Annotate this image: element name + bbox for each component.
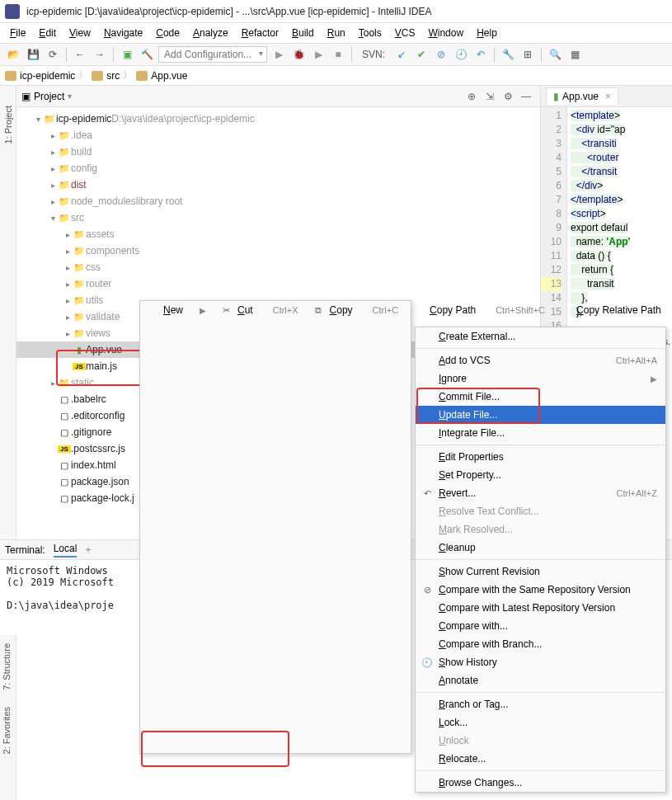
menu-item-show-history[interactable]: 🕘Show History [416, 653, 665, 671]
menu-tools[interactable]: Tools [352, 26, 388, 40]
menu-item-resolve-text-conflict-[interactable]: Resolve Text Conflict... [416, 502, 665, 520]
open-icon[interactable]: 📂 [5, 46, 21, 63]
menu-item-compare-with-the-same-repository-version[interactable]: ⊘Compare with the Same Repository Versio… [416, 581, 665, 599]
app-logo-icon [5, 4, 20, 19]
menu-refactor[interactable]: Refactor [235, 26, 285, 40]
svn-history-icon[interactable]: 🕘 [453, 46, 469, 63]
run-config-icon[interactable]: ▣ [119, 46, 135, 63]
layout-icon[interactable]: ▦ [566, 46, 583, 63]
menu-build[interactable]: Build [285, 26, 321, 40]
back-icon[interactable]: ← [72, 46, 88, 63]
menu-item-update-file-[interactable]: Update File... [416, 406, 665, 424]
hide-icon[interactable]: — [517, 91, 535, 102]
build-icon[interactable]: 🔨 [139, 46, 155, 63]
rail-structure[interactable]: 7: Structure [0, 635, 13, 699]
menu-item-cleanup[interactable]: Cleanup [416, 539, 665, 557]
tree-item-icp-epidemic[interactable]: ▾📁 icp-epidemic D:\java\idea\project\icp… [16, 111, 540, 127]
svn-commit-icon[interactable]: ✔ [413, 46, 430, 63]
left-rail: 1: Project [0, 86, 16, 539]
rail-project[interactable]: 1: Project [3, 102, 13, 147]
tree-item-dist[interactable]: ▸📁 dist [16, 176, 540, 193]
menu-item-create-external-[interactable]: Create External... [416, 327, 665, 346]
menu-item-annotate[interactable]: Annotate [416, 671, 665, 689]
run-icon[interactable]: ▶ [270, 46, 287, 63]
menu-code[interactable]: Code [149, 26, 186, 40]
context-menu-main[interactable]: New▶✂CutCtrl+X⧉CopyCtrl+CCopy PathCtrl+S… [139, 300, 411, 754]
breadcrumb: icp-epidemic〉src〉App.vue [0, 66, 672, 86]
tree-item-node_modules[interactable]: ▸📁 node_modules library root [16, 193, 540, 209]
tree-item-router[interactable]: ▸📁 router [16, 275, 540, 292]
menu-item-copy-path[interactable]: Copy PathCtrl+Shift+C [406, 301, 553, 319]
menu-item-unlock[interactable]: Unlock [416, 732, 665, 750]
refresh-icon[interactable]: ⟳ [45, 46, 61, 63]
svn-revert-icon[interactable]: ↶ [472, 46, 489, 63]
close-icon[interactable]: × [605, 91, 611, 102]
menu-item-show-current-revision[interactable]: Show Current Revision [416, 562, 665, 581]
tree-item-css[interactable]: ▸📁 css [16, 259, 540, 275]
svn-label: SVN: [362, 49, 385, 60]
menu-item-compare-with-[interactable]: Compare with... [416, 617, 665, 635]
tree-item-assets[interactable]: ▸📁 assets [16, 226, 540, 242]
debug-icon[interactable]: 🐞 [290, 46, 307, 63]
menu-item-commit-file-[interactable]: Commit File... [416, 388, 665, 406]
menu-item-compare-with-branch-[interactable]: Compare with Branch... [416, 635, 665, 653]
settings-icon[interactable]: 🔧 [500, 46, 516, 63]
editor-tab-label: App.vue [562, 91, 599, 102]
menu-vcs[interactable]: VCS [388, 26, 422, 40]
terminal-add-icon[interactable]: + [85, 544, 91, 556]
svn-compare-icon[interactable]: ⊘ [433, 46, 449, 63]
menu-help[interactable]: Help [470, 26, 504, 40]
project-header-label[interactable]: ▣Project▾ [21, 91, 463, 102]
menu-item-relocate-[interactable]: Relocate... [416, 750, 665, 768]
menu-item-copy-relative-path[interactable]: Copy Relative PathCtrl+Alt+Shift+C [553, 301, 672, 319]
forward-icon[interactable]: → [92, 46, 108, 63]
project-header: ▣Project▾ ⊕ ⇲ ⚙ — [16, 86, 540, 107]
editor-tab-appvue[interactable]: ▮ App.vue × [546, 87, 618, 105]
menubar: FileEditViewNavigateCodeAnalyzeRefactorB… [0, 23, 672, 43]
stop-icon[interactable]: ■ [330, 46, 346, 63]
menu-item-mark-resolved-[interactable]: Mark Resolved... [416, 520, 665, 539]
menu-window[interactable]: Window [421, 26, 470, 40]
menu-item-edit-properties[interactable]: Edit Properties [416, 448, 665, 466]
breadcrumb-item[interactable]: icp-epidemic [20, 70, 75, 82]
menu-item-ignore[interactable]: Ignore▶ [416, 369, 665, 388]
menu-item-cut[interactable]: ✂CutCtrl+X [214, 301, 307, 319]
context-menu-subversion[interactable]: Create External...Add to VCSCtrl+Alt+AIg… [415, 327, 666, 793]
rail-favorites[interactable]: 2: Favorites [0, 699, 13, 762]
menu-navigate[interactable]: Navigate [97, 26, 149, 40]
locate-icon[interactable]: ⊕ [463, 91, 481, 102]
tree-item-src[interactable]: ▾📁 src [16, 209, 540, 226]
coverage-icon[interactable]: ▶ [310, 46, 327, 63]
breadcrumb-item[interactable]: src [106, 70, 120, 82]
gear-icon[interactable]: ⚙ [499, 91, 517, 102]
menu-item-compare-with-latest-repository-version[interactable]: Compare with Latest Repository Version [416, 599, 665, 617]
window-title: icp-epidemic [D:\java\idea\project\icp-e… [26, 6, 432, 17]
save-icon[interactable]: 💾 [25, 46, 41, 63]
tree-item-build[interactable]: ▸📁 build [16, 144, 540, 160]
menu-item-revert-[interactable]: ↶Revert...Ctrl+Alt+Z [416, 484, 665, 502]
menu-item-copy[interactable]: ⧉CopyCtrl+C [307, 301, 407, 319]
menu-view[interactable]: View [63, 26, 97, 40]
menu-file[interactable]: File [3, 26, 32, 40]
search-icon[interactable]: 🔍 [547, 46, 563, 63]
menu-item-lock-[interactable]: Lock... [416, 713, 665, 732]
terminal-tab-local[interactable]: Local [54, 543, 78, 558]
breadcrumb-item[interactable]: App.vue [151, 70, 187, 82]
menu-run[interactable]: Run [321, 26, 352, 40]
menu-item-new[interactable]: New▶ [140, 301, 214, 319]
toolbar: 📂 💾 ⟳ ← → ▣ 🔨 Add Configuration... ▶ 🐞 ▶… [0, 43, 672, 66]
menu-item-integrate-file-[interactable]: Integrate File... [416, 424, 665, 442]
menu-item-branch-or-tag-[interactable]: Branch or Tag... [416, 695, 665, 713]
tree-item-components[interactable]: ▸📁 components [16, 242, 540, 259]
menu-analyze[interactable]: Analyze [186, 26, 235, 40]
menu-item-browse-changes-[interactable]: Browse Changes... [416, 774, 665, 792]
svn-update-icon[interactable]: ↙ [393, 46, 410, 63]
collapse-icon[interactable]: ⇲ [481, 91, 499, 102]
menu-edit[interactable]: Edit [32, 26, 63, 40]
run-config-select[interactable]: Add Configuration... [158, 46, 267, 63]
tree-item-config[interactable]: ▸📁 config [16, 160, 540, 176]
structure-icon[interactable]: ⊞ [519, 46, 536, 63]
tree-item-.idea[interactable]: ▸📁 .idea [16, 127, 540, 144]
menu-item-add-to-vcs[interactable]: Add to VCSCtrl+Alt+A [416, 351, 665, 369]
menu-item-set-property-[interactable]: Set Property... [416, 466, 665, 484]
